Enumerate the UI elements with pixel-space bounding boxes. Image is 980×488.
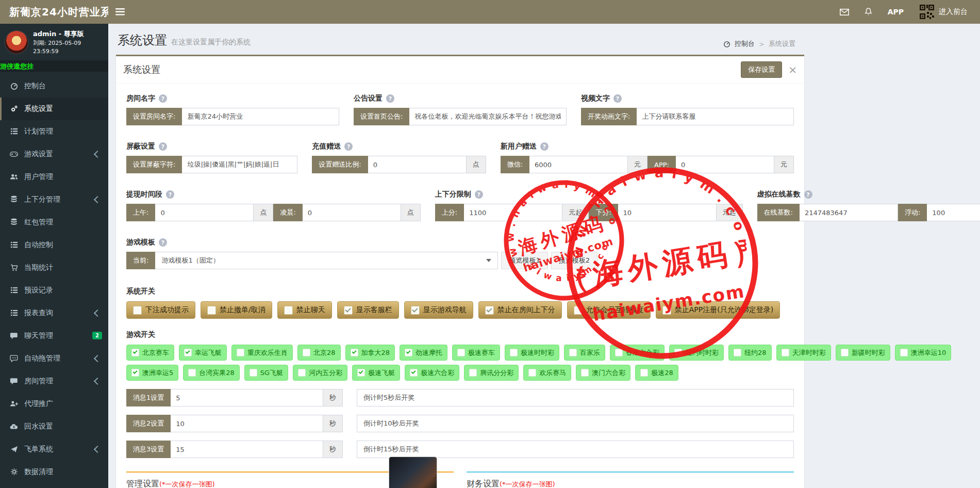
sidebar-item-6[interactable]: 上下分管理: [0, 188, 108, 211]
game-switch[interactable]: 极速28: [635, 365, 678, 381]
recharge-ratio-input[interactable]: [368, 156, 467, 173]
sidebar-item-8[interactable]: 自动控制: [0, 234, 108, 256]
preview-template1-button[interactable]: 预览模板1: [501, 252, 547, 269]
float-min-input[interactable]: [927, 204, 980, 221]
withdraw-am-input[interactable]: [155, 204, 254, 221]
video-text-input[interactable]: [637, 108, 794, 125]
game-switch[interactable]: 纽约28: [728, 345, 772, 361]
enter-frontend-button[interactable]: 进入前台: [919, 4, 968, 20]
switch-label: 显示游戏导航: [423, 305, 467, 315]
up-limit-input[interactable]: [464, 204, 562, 221]
help-icon[interactable]: ?: [540, 142, 549, 151]
message-text-input[interactable]: [357, 441, 794, 458]
template-select[interactable]: 游戏模板1（固定）: [155, 252, 498, 269]
save-settings-button[interactable]: 保存设置: [741, 61, 782, 78]
help-icon[interactable]: ?: [166, 190, 174, 199]
game-switch[interactable]: SG飞艇: [244, 365, 288, 381]
sidebar-item-15[interactable]: 代理推广: [0, 393, 108, 415]
online-base-input[interactable]: [800, 204, 898, 221]
sidebar-item-13[interactable]: 自动拖管理: [0, 347, 108, 370]
game-switch[interactable]: 香港六合彩: [610, 345, 665, 361]
room-name-input[interactable]: [182, 108, 339, 125]
breadcrumb-home[interactable]: 控制台: [735, 39, 755, 48]
game-switch[interactable]: 澳门六合彩: [576, 365, 630, 381]
input-addon: 设置屏蔽字符:: [126, 156, 182, 173]
message-text-input[interactable]: [357, 389, 794, 406]
down-limit-input[interactable]: [618, 204, 717, 221]
bell-icon: [865, 8, 872, 16]
system-switch-5[interactable]: 显示游戏导航: [404, 301, 473, 319]
sidebar-item-19[interactable]: 手动开奖: [0, 483, 108, 488]
field-label: 视频文字: [581, 94, 610, 103]
game-switch[interactable]: 纽约时时彩: [669, 345, 724, 361]
game-switch[interactable]: 北京赛车: [126, 345, 174, 361]
message-seconds-input[interactable]: [171, 441, 323, 458]
sidebar-item-11[interactable]: 报表查询: [0, 302, 108, 324]
game-switch[interactable]: 腾讯分分彩: [464, 365, 519, 381]
app-button[interactable]: APP: [888, 8, 904, 16]
message-seconds-input[interactable]: [171, 415, 323, 432]
system-switch-7[interactable]: 允许会员互转额度: [567, 301, 651, 319]
user-panel: admin - 尊享版 到期: 2025-05-09 23:59:59: [0, 24, 108, 60]
withdraw-night-input[interactable]: [303, 204, 401, 221]
game-switch[interactable]: 劲速摩托: [400, 345, 447, 361]
game-switch[interactable]: 澳洲幸运10: [895, 345, 952, 361]
system-switch-1[interactable]: 下注成功提示: [126, 301, 195, 319]
sidebar-item-1[interactable]: 控制台: [0, 75, 108, 97]
notifications-button[interactable]: [865, 8, 872, 16]
game-switch[interactable]: 极速时时彩: [505, 345, 559, 361]
system-switch-3[interactable]: 禁止聊天: [277, 301, 332, 319]
sidebar-item-14[interactable]: 房间管理: [0, 370, 108, 393]
sidebar-item-18[interactable]: 数据清理: [0, 461, 108, 483]
preview-template2-button[interactable]: 预览模板2: [551, 252, 597, 269]
system-switch-4[interactable]: 显示客服栏: [337, 301, 399, 319]
sidebar-item-9[interactable]: 当期统计: [0, 256, 108, 279]
sidebar-item-2[interactable]: 系统设置: [0, 97, 108, 120]
system-switch-8[interactable]: 禁止APP注册(只允许绑定登录): [656, 301, 780, 319]
user-plus-icon: [10, 400, 18, 408]
help-icon[interactable]: ?: [386, 94, 394, 103]
game-switch[interactable]: 重庆欢乐生肖: [231, 345, 293, 361]
game-switch[interactable]: 河内五分彩: [293, 365, 347, 381]
message-seconds-input[interactable]: [171, 389, 323, 406]
game-switch[interactable]: 欢乐赛马: [523, 365, 571, 381]
help-icon[interactable]: ?: [804, 190, 812, 199]
help-icon[interactable]: ?: [159, 94, 167, 103]
chevron-down-icon: [486, 259, 491, 262]
game-switch[interactable]: 幸运飞艇: [179, 345, 227, 361]
help-icon[interactable]: ?: [613, 94, 622, 103]
game-switch[interactable]: 百家乐: [564, 345, 605, 361]
system-switch-6[interactable]: 禁止在房间上下分: [478, 301, 562, 319]
sidebar-item-3[interactable]: 计划管理: [0, 120, 108, 143]
block-chars-input[interactable]: [182, 156, 297, 173]
game-switch[interactable]: 澳洲幸运5: [126, 365, 178, 381]
game-switch[interactable]: 台湾宾果28: [183, 365, 240, 381]
app-bonus-input[interactable]: [676, 156, 774, 173]
sidebar-item-16[interactable]: 回水设置: [0, 415, 108, 438]
sidebar-item-5[interactable]: 用户管理: [0, 166, 108, 188]
game-switch[interactable]: 天津时时彩: [776, 345, 831, 361]
notice-input[interactable]: [409, 108, 567, 125]
system-switch-2[interactable]: 禁止撤单/取消: [201, 301, 272, 319]
game-switch[interactable]: 加拿大28: [345, 345, 395, 361]
sidebar-item-7[interactable]: 红包管理: [0, 211, 108, 234]
sidebar-item-4[interactable]: 游戏设置: [0, 143, 108, 166]
game-switch[interactable]: 新疆时时彩: [836, 345, 890, 361]
sidebar-item-10[interactable]: 预设记录: [0, 279, 108, 302]
wechat-bonus-input[interactable]: [529, 156, 628, 173]
game-switch[interactable]: 极速飞艇: [352, 365, 400, 381]
sidebar-item-17[interactable]: 飞单系统: [0, 438, 108, 461]
help-icon[interactable]: ?: [159, 238, 167, 247]
sidebar-item-12[interactable]: 聊天管理2: [0, 324, 108, 347]
service-qr-image[interactable]: [389, 457, 437, 488]
help-icon[interactable]: ?: [159, 142, 167, 151]
help-icon[interactable]: ?: [475, 190, 483, 199]
close-icon[interactable]: ×: [788, 64, 797, 75]
game-switch[interactable]: 北京28: [297, 345, 341, 361]
messages-button[interactable]: [840, 9, 849, 15]
game-switch[interactable]: 极速六合彩: [405, 365, 459, 381]
message-text-input[interactable]: [357, 415, 794, 432]
game-switch[interactable]: 极速赛车: [452, 345, 500, 361]
help-icon[interactable]: ?: [344, 142, 353, 151]
sidebar-toggle-button[interactable]: [108, 0, 132, 24]
